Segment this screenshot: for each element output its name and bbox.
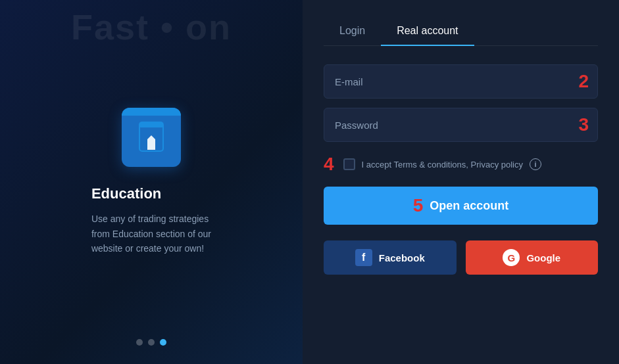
info-icon[interactable]: i	[530, 158, 541, 170]
education-title: Education	[91, 185, 211, 202]
dot-3[interactable]	[160, 339, 166, 346]
password-field-wrapper: 3	[324, 108, 598, 142]
terms-checkbox-row: 4 I accept Terms & conditions, Privacy p…	[324, 154, 598, 175]
social-buttons-row: f Facebook G Google	[324, 240, 598, 275]
svg-rect-1	[139, 122, 163, 127]
facebook-label: Facebook	[379, 252, 425, 263]
dot-2[interactable]	[148, 339, 155, 346]
education-icon	[122, 108, 181, 167]
checkbox-step-number: 4	[324, 154, 334, 175]
left-panel: Fast • on Education Use any of trading s…	[0, 0, 303, 364]
open-account-button[interactable]: 5 Open account	[324, 187, 598, 225]
google-button[interactable]: G Google	[466, 240, 599, 275]
tab-login[interactable]: Login	[324, 18, 381, 46]
open-account-label: Open account	[430, 199, 508, 213]
google-label: Google	[526, 252, 560, 263]
dot-1[interactable]	[136, 339, 143, 346]
password-input[interactable]	[324, 108, 598, 142]
education-description: Use any of trading strategiesfrom Educat…	[91, 212, 211, 256]
tab-real-account[interactable]: Real account	[381, 18, 474, 46]
google-icon: G	[503, 249, 520, 266]
email-field-wrapper: 2	[324, 64, 598, 99]
facebook-button[interactable]: f Facebook	[324, 240, 457, 275]
carousel-dots	[0, 339, 303, 346]
tabs-container: Login Real account	[324, 18, 598, 46]
email-input[interactable]	[324, 64, 598, 99]
bookmark-icon	[138, 121, 164, 154]
left-content: Education Use any of trading strategiesf…	[65, 108, 237, 256]
right-panel: Login Real account 2 3 4 I accept Terms …	[303, 0, 619, 364]
terms-checkbox[interactable]	[343, 158, 355, 170]
open-account-step-number: 5	[413, 195, 424, 216]
bg-text: Fast • on	[0, 7, 303, 47]
facebook-icon: f	[355, 249, 372, 266]
terms-label: I accept Terms & conditions, Privacy pol…	[362, 160, 523, 170]
